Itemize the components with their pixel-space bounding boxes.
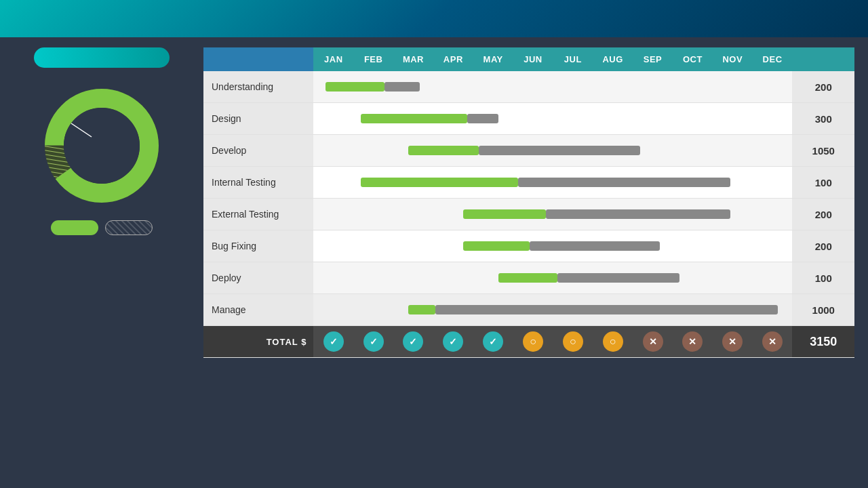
donut-svg: [37, 81, 166, 210]
bar-container: [313, 71, 353, 102]
gantt-cell: [753, 230, 793, 262]
year-header: [203, 47, 313, 71]
main-content: JAN FEB MAR APR MAY JUN JUL AUG SEP OCT …: [0, 37, 868, 488]
status-cross-icon[interactable]: ✕: [762, 331, 783, 352]
task-name: Internal Testing: [203, 167, 313, 199]
gantt-cell: [753, 71, 793, 103]
footer-status-cell: ✕: [713, 326, 753, 358]
status-pending-icon[interactable]: ○: [523, 331, 543, 352]
bar-container: [313, 167, 353, 198]
status-check-icon[interactable]: ✓: [483, 331, 503, 352]
header-feb: FEB: [353, 47, 393, 71]
header-aug: AUG: [593, 47, 633, 71]
gantt-cell: [313, 167, 353, 199]
gantt-cell: [313, 103, 353, 135]
status-check-icon[interactable]: ✓: [323, 331, 344, 352]
gantt-cell: [713, 262, 753, 294]
gantt-cell: [313, 135, 353, 167]
status-pending-icon[interactable]: ○: [603, 331, 623, 352]
green-bar: [408, 305, 436, 314]
teal-progress-bar: [34, 47, 170, 68]
green-bar: [498, 273, 557, 283]
task-total: 1000: [792, 294, 854, 326]
gantt-cell: [713, 135, 753, 167]
footer-status-cell: ○: [593, 326, 633, 358]
gantt-cell: [753, 167, 793, 199]
gantt-cell: [353, 262, 393, 294]
footer-status-cell: ✓: [353, 326, 393, 358]
donut-inner: [64, 108, 140, 184]
gantt-cell: [313, 230, 353, 262]
green-bar: [361, 114, 467, 123]
legend-completed: [51, 220, 98, 235]
task-total: 100: [792, 262, 854, 294]
gantt-cell: [753, 262, 793, 294]
task-row: External Testing200: [203, 199, 854, 230]
gantt-table: JAN FEB MAR APR MAY JUN JUL AUG SEP OCT …: [203, 47, 854, 358]
task-name: External Testing: [203, 199, 313, 230]
gantt-cell: [513, 103, 553, 135]
gantt-cell: [593, 103, 633, 135]
gantt-cell: [353, 135, 393, 167]
status-pending-icon[interactable]: ○: [563, 331, 583, 352]
task-name: Manage: [203, 294, 313, 326]
status-check-icon[interactable]: ✓: [443, 331, 463, 352]
task-total: 200: [792, 199, 854, 230]
header-jan: JAN: [313, 47, 353, 71]
gantt-cell: [313, 262, 353, 294]
gantt-cell: [513, 71, 553, 103]
status-check-icon[interactable]: ✓: [403, 331, 423, 352]
gray-bar: [479, 146, 640, 155]
gantt-cell: [753, 199, 793, 230]
green-bar: [326, 82, 384, 92]
status-cross-icon[interactable]: ✕: [643, 331, 663, 352]
legend-pending: [105, 220, 153, 235]
gantt-cell: [313, 199, 353, 230]
task-row: Design300: [203, 103, 854, 135]
gantt-cell: [633, 103, 673, 135]
green-bar: [463, 241, 530, 251]
task-total: 100: [792, 167, 854, 199]
footer-status-cell: ✕: [633, 326, 673, 358]
task-row: Understanding200: [203, 71, 854, 103]
header-jun: JUN: [513, 47, 553, 71]
gantt-cell: [713, 71, 753, 103]
gray-bar: [557, 273, 679, 283]
header-may: MAY: [473, 47, 513, 71]
gantt-cell: [433, 71, 473, 103]
legend: [51, 220, 153, 235]
task-row: Develop1050: [203, 135, 854, 167]
gantt-cell: [673, 71, 713, 103]
gantt-cell: [553, 103, 593, 135]
header-apr: APR: [433, 47, 473, 71]
gantt-cell: [313, 294, 353, 326]
footer-status-cell: ○: [553, 326, 593, 358]
task-row: Manage1000: [203, 294, 854, 326]
task-row: Bug Fixing200: [203, 230, 854, 262]
bar-container: [313, 262, 353, 293]
gray-bar: [384, 82, 420, 92]
gantt-chart: JAN FEB MAR APR MAY JUN JUL AUG SEP OCT …: [203, 47, 854, 478]
gantt-cell: [313, 71, 353, 103]
header-sep: SEP: [633, 47, 673, 71]
green-bar: [408, 146, 479, 155]
bar-container: [313, 294, 353, 325]
status-cross-icon[interactable]: ✕: [722, 331, 743, 352]
gantt-cell: [393, 262, 433, 294]
header-jul: JUL: [553, 47, 593, 71]
bar-container: [313, 103, 353, 134]
footer-row: TOTAL $✓✓✓✓✓○○○✕✕✕✕3150: [203, 326, 854, 358]
gray-bar: [467, 114, 498, 123]
task-total: 300: [792, 103, 854, 135]
status-check-icon[interactable]: ✓: [363, 331, 384, 352]
task-total: 200: [792, 71, 854, 103]
gray-bar: [435, 305, 778, 314]
gantt-cell: [713, 103, 753, 135]
gray-bar: [518, 178, 730, 187]
bar-container: [313, 135, 353, 166]
footer-status-cell: ✕: [753, 326, 793, 358]
status-cross-icon[interactable]: ✕: [682, 331, 703, 352]
header-nov: NOV: [713, 47, 753, 71]
gantt-cell: [353, 199, 393, 230]
gantt-cell: [673, 135, 713, 167]
